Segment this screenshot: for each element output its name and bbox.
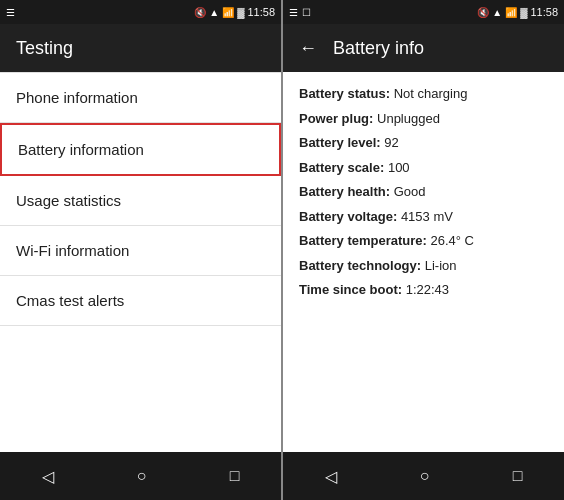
right-back-arrow[interactable]: ← <box>299 38 317 59</box>
right-volume-icon: 🔇 <box>477 7 489 18</box>
left-signal-icon: ▲ <box>209 7 219 18</box>
battery-technology-label: Battery technology: <box>299 258 421 273</box>
battery-temperature-label: Battery temperature: <box>299 233 427 248</box>
right-time: 11:58 <box>530 6 558 18</box>
menu-item-cmas-alerts[interactable]: Cmas test alerts <box>0 276 281 326</box>
left-toolbar-title: Testing <box>16 38 73 59</box>
left-nav-bar: ◁ ○ □ <box>0 452 281 500</box>
power-plug-row: Power plug: Unplugged <box>299 109 548 129</box>
left-recent-button[interactable]: □ <box>230 467 240 485</box>
battery-voltage-value: 4153 mV <box>401 209 453 224</box>
battery-health-row: Battery health: Good <box>299 182 548 202</box>
left-battery-icon: ▓ <box>237 7 244 18</box>
menu-item-wifi-info[interactable]: Wi-Fi information <box>0 226 281 276</box>
left-status-right: 🔇 ▲ 📶 ▓ 11:58 <box>194 6 275 18</box>
right-battery-icon: ▓ <box>520 7 527 18</box>
battery-scale-row: Battery scale: 100 <box>299 158 548 178</box>
left-status-icons: ☰ <box>6 7 15 18</box>
time-since-boot-label: Time since boot: <box>299 282 402 297</box>
power-plug-label: Power plug: <box>299 111 373 126</box>
right-recent-button[interactable]: □ <box>513 467 523 485</box>
battery-technology-row: Battery technology: Li-ion <box>299 256 548 276</box>
right-toolbar: ← Battery info <box>283 24 564 72</box>
battery-temperature-row: Battery temperature: 26.4° C <box>299 231 548 251</box>
menu-item-phone-info[interactable]: Phone information <box>0 72 281 123</box>
right-status-bar: ☰ ☐ 🔇 ▲ 📶 ▓ 11:58 <box>283 0 564 24</box>
right-nav-bar: ◁ ○ □ <box>283 452 564 500</box>
left-status-bar: ☰ 🔇 ▲ 📶 ▓ 11:58 <box>0 0 281 24</box>
battery-status-value: Not charging <box>394 86 468 101</box>
right-toolbar-title: Battery info <box>333 38 424 59</box>
battery-health-label: Battery health: <box>299 184 390 199</box>
menu-item-usage-stats-label: Usage statistics <box>16 192 121 209</box>
battery-health-value: Good <box>394 184 426 199</box>
battery-level-label: Battery level: <box>299 135 381 150</box>
right-wifi-icon: 📶 <box>505 7 517 18</box>
right-home-button[interactable]: ○ <box>420 467 430 485</box>
right-panel: ☰ ☐ 🔇 ▲ 📶 ▓ 11:58 ← Battery info Battery… <box>283 0 564 500</box>
left-menu-list: Phone information Battery information Us… <box>0 72 281 452</box>
right-status-right: 🔇 ▲ 📶 ▓ 11:58 <box>477 6 558 18</box>
menu-item-phone-info-label: Phone information <box>16 89 138 106</box>
left-time: 11:58 <box>247 6 275 18</box>
battery-level-value: 92 <box>384 135 398 150</box>
battery-level-row: Battery level: 92 <box>299 133 548 153</box>
menu-item-usage-stats[interactable]: Usage statistics <box>0 176 281 226</box>
right-notification-icon: ☰ <box>289 7 298 18</box>
right-status-icons: ☰ ☐ <box>289 7 311 18</box>
battery-temperature-value: 26.4° C <box>431 233 475 248</box>
left-toolbar: Testing <box>0 24 281 72</box>
right-back-nav-button[interactable]: ◁ <box>325 467 337 486</box>
right-signal-icon: ▲ <box>492 7 502 18</box>
battery-technology-value: Li-ion <box>425 258 457 273</box>
left-wifi-icon: 📶 <box>222 7 234 18</box>
left-volume-icon: 🔇 <box>194 7 206 18</box>
left-panel: ☰ 🔇 ▲ 📶 ▓ 11:58 Testing Phone informatio… <box>0 0 281 500</box>
battery-scale-label: Battery scale: <box>299 160 384 175</box>
time-since-boot-row: Time since boot: 1:22:43 <box>299 280 548 300</box>
battery-voltage-row: Battery voltage: 4153 mV <box>299 207 548 227</box>
battery-scale-value: 100 <box>388 160 410 175</box>
left-home-button[interactable]: ○ <box>137 467 147 485</box>
menu-item-battery-info-label: Battery information <box>18 141 144 158</box>
right-extra-icon: ☐ <box>302 7 311 18</box>
time-since-boot-value: 1:22:43 <box>406 282 449 297</box>
battery-info-content: Battery status: Not charging Power plug:… <box>283 72 564 452</box>
left-notification-icon: ☰ <box>6 7 15 18</box>
battery-status-label: Battery status: <box>299 86 390 101</box>
menu-item-wifi-info-label: Wi-Fi information <box>16 242 129 259</box>
battery-status-row: Battery status: Not charging <box>299 84 548 104</box>
power-plug-value: Unplugged <box>377 111 440 126</box>
left-back-button[interactable]: ◁ <box>42 467 54 486</box>
menu-item-battery-info[interactable]: Battery information <box>0 123 281 176</box>
menu-item-cmas-alerts-label: Cmas test alerts <box>16 292 124 309</box>
battery-voltage-label: Battery voltage: <box>299 209 397 224</box>
